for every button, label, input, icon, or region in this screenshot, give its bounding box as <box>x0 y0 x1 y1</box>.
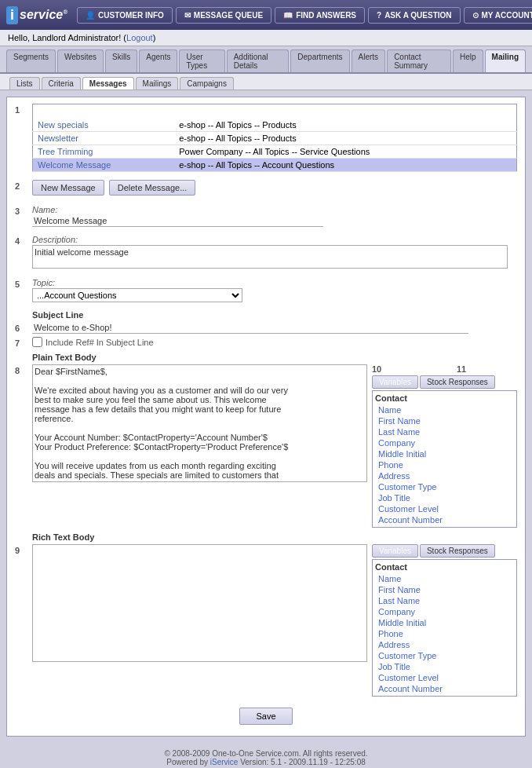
nav-my-account[interactable]: ⊙ MY ACCOUNT <box>464 7 532 24</box>
subtab-campaigns[interactable]: Campaigns <box>180 77 234 90</box>
var-item[interactable]: Last Name <box>375 595 514 606</box>
name-input[interactable] <box>32 215 323 227</box>
nav-items: 👤 CUSTOMER INFO ✉ MESSAGE QUEUE 📖 FIND A… <box>77 7 532 24</box>
subtab-messages[interactable]: Messages <box>82 77 134 90</box>
tab-additional-details[interactable]: Additional Details <box>227 49 290 72</box>
var-item[interactable]: First Name <box>375 584 514 595</box>
tab-user-types[interactable]: User Types <box>179 49 224 72</box>
var-item[interactable]: Product Preference <box>375 525 514 528</box>
powered-by-text: Powered by <box>166 758 208 766</box>
subtab-lists[interactable]: Lists <box>9 77 40 90</box>
sub-tabs: Lists Criteria Messages Mailings Campaig… <box>0 74 532 90</box>
save-button[interactable]: Save <box>239 708 292 725</box>
section-1: 1 Message Name Topic New specialse-shop … <box>15 104 517 177</box>
section-9: 9 Variables Stock Responses ContactNameF… <box>15 544 517 697</box>
tab-mailing[interactable]: Mailing <box>485 49 526 72</box>
nav-ask-question[interactable]: ? ASK A QUESTION <box>368 7 461 24</box>
var-item[interactable]: Customer Level <box>375 503 514 514</box>
var-item[interactable]: Customer Type <box>375 650 514 661</box>
variables-tab-1[interactable]: Variables <box>372 375 418 389</box>
find-answers-icon: 📖 <box>283 11 293 20</box>
nav-ask-question-label: ASK A QUESTION <box>384 11 451 20</box>
var-item[interactable]: Phone <box>375 628 514 639</box>
var-item[interactable]: Name <box>375 404 514 415</box>
tab-skills[interactable]: Skills <box>105 49 137 72</box>
variables-tab-2[interactable]: Variables <box>372 544 418 558</box>
var-item[interactable]: Name <box>375 573 514 584</box>
plain-text-heading-row: Plain Text Body <box>32 353 517 362</box>
buttons-wrapper: New Message Delete Message... <box>32 180 517 202</box>
section-6: 6 <box>15 322 517 334</box>
tab-websites[interactable]: Websites <box>57 49 104 72</box>
section-2: 2 New Message Delete Message... <box>15 180 517 202</box>
stock-responses-tab-2[interactable]: Stock Responses <box>420 544 495 558</box>
logout-link[interactable]: Logout <box>126 33 153 42</box>
main-panel: 1 Message Name Topic New specialse-shop … <box>6 97 526 737</box>
nav-find-answers[interactable]: 📖 FIND ANSWERS <box>275 7 365 24</box>
tab-segments[interactable]: Segments <box>6 49 56 72</box>
section-10-num: 10 <box>372 364 386 374</box>
subtab-criteria[interactable]: Criteria <box>42 77 81 90</box>
nav-message-queue-label: MESSAGE QUEUE <box>194 11 263 20</box>
var-item[interactable]: Account Number <box>375 514 514 525</box>
section-7: 7 Include Ref# In Subject Line <box>15 337 517 348</box>
section-4: 4 Description: <box>15 235 517 275</box>
tab-alerts[interactable]: Alerts <box>352 49 386 72</box>
var-item[interactable]: First Name <box>375 415 514 426</box>
delete-message-button[interactable]: Delete Message... <box>109 180 196 196</box>
table-row[interactable]: Newslettere-shop -- All Topics -- Produc… <box>33 132 517 145</box>
section-1-num: 1 <box>15 104 27 115</box>
nav-message-queue[interactable]: ✉ MESSAGE QUEUE <box>176 7 271 24</box>
var-item[interactable]: Job Title <box>375 492 514 503</box>
plain-text-textarea[interactable] <box>32 364 367 482</box>
description-textarea[interactable] <box>32 245 508 269</box>
var-item[interactable]: Last Name <box>375 426 514 437</box>
topic-cell: Power Company -- All Topics -- Service Q… <box>174 145 516 159</box>
var-item[interactable]: Customer Level <box>375 672 514 683</box>
subtab-mailings[interactable]: Mailings <box>136 77 179 90</box>
var-item[interactable]: Address <box>375 639 514 650</box>
stock-responses-tab-1[interactable]: Stock Responses <box>420 375 495 389</box>
hello-text: Hello, Landlord Administrator! <box>8 33 121 42</box>
plain-text-wrapper <box>32 364 367 484</box>
topic-select[interactable]: ...Account Questionse-shop -- All Topics… <box>32 288 242 302</box>
tab-help[interactable]: Help <box>453 49 483 72</box>
brand-link[interactable]: iService <box>210 758 239 766</box>
table-row[interactable]: Tree TrimmingPower Company -- All Topics… <box>33 145 517 159</box>
save-area: Save <box>15 703 517 730</box>
new-message-button[interactable]: New Message <box>32 180 104 196</box>
table-row[interactable]: New specialse-shop -- All Topics -- Prod… <box>33 119 517 132</box>
plain-text-heading: Plain Text Body <box>32 353 517 362</box>
description-wrapper: Description: <box>32 235 517 275</box>
footer-copyright: © 2008-2009 One-to-One Service.com. All … <box>6 749 526 758</box>
message-queue-icon: ✉ <box>184 11 191 20</box>
rich-text-wrapper <box>32 544 367 664</box>
var-item[interactable]: Account Number <box>375 683 514 694</box>
var-item[interactable]: Company <box>375 437 514 448</box>
nav-customer-info[interactable]: 👤 CUSTOMER INFO <box>77 7 173 24</box>
footer-version: Powered by iService Version: 5.1 - 2009.… <box>6 758 526 766</box>
var-item[interactable]: Address <box>375 470 514 481</box>
section-6-num: 6 <box>15 322 27 333</box>
var-item[interactable]: Company <box>375 606 514 617</box>
var-item[interactable]: Middle Initial <box>375 617 514 628</box>
include-ref-checkbox[interactable] <box>32 337 42 347</box>
var-item[interactable]: Product Preference <box>375 694 514 697</box>
section-9-num: 9 <box>15 544 27 555</box>
tab-agents[interactable]: Agents <box>139 49 177 72</box>
var-item[interactable]: Customer Type <box>375 481 514 492</box>
nav-find-answers-label: FIND ANSWERS <box>296 11 356 20</box>
subject-input[interactable] <box>32 322 468 334</box>
messages-table-wrapper: Message Name Topic New specialse-shop --… <box>32 104 517 177</box>
name-row: Name: <box>32 205 517 227</box>
var-item[interactable]: Phone <box>375 459 514 470</box>
var-category: Contact <box>375 393 514 403</box>
tab-contact-summary[interactable]: Contact Summary <box>387 49 451 72</box>
topic-cell: e-shop -- All Topics -- Account Question… <box>174 159 516 172</box>
table-row[interactable]: Welcome Messagee-shop -- All Topics -- A… <box>33 159 517 172</box>
footer: © 2008-2009 One-to-One Service.com. All … <box>0 743 532 768</box>
rich-text-textarea[interactable] <box>32 544 367 662</box>
var-item[interactable]: Middle Initial <box>375 448 514 459</box>
var-item[interactable]: Job Title <box>375 661 514 672</box>
tab-departments[interactable]: Departments <box>290 49 349 72</box>
